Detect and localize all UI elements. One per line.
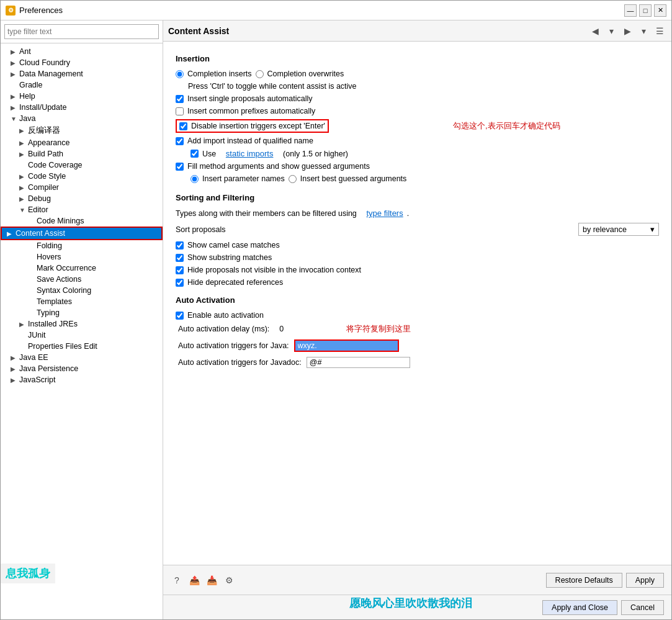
back-button[interactable]: ◀ [588,24,602,38]
expand-arrow: ▶ [19,321,28,328]
sidebar-item-debug[interactable]: ▶ Debug [1,193,163,204]
static-imports-link[interactable]: static imports [226,149,274,158]
sidebar-item-junit[interactable]: JUnit [1,330,163,341]
enable-auto-row: Enable auto activation [176,311,659,320]
sidebar-item-code-minings[interactable]: Code Minings [1,215,163,227]
expand-arrow: ▶ [11,354,19,361]
expand-arrow: ▶ [11,104,19,111]
sort-proposals-row: Sort proposals by relevance ▾ [176,223,659,236]
sidebar-item-appearance[interactable]: ▶ Appearance [1,137,163,148]
auto-javadoc-input[interactable] [307,357,410,368]
minimize-button[interactable]: — [624,4,637,17]
import-icon[interactable]: 📥 [205,574,218,586]
add-import-label: Add import instead of qualified name [187,137,313,145]
disable-insertion-annotation: 勾选这个,表示回车才确定代码 [453,120,560,132]
sidebar-item-content-assist[interactable]: ▶ Content Assist [1,227,163,240]
help-icon[interactable]: ? [171,574,183,586]
filter-input[interactable] [4,24,159,39]
bottom-bar: ? 📤 📥 ⚙ Restore Defaults Apply [163,565,671,595]
fill-method-checkbox[interactable] [176,163,184,171]
sidebar-item-decompiler[interactable]: ▶ 反编译器 [1,124,163,137]
maximize-button[interactable]: □ [639,4,652,17]
sidebar-item-installed-jres[interactable]: ▶ Installed JREs [1,318,163,330]
window-title: Preferences [19,6,624,15]
add-import-checkbox[interactable] [176,137,184,145]
completion-inserts-radio[interactable] [176,70,184,78]
sidebar-item-save-actions[interactable]: Save Actions [1,274,163,285]
watermark-bottom: 愿晚风心里吹吹散我的泪 [162,596,659,611]
hide-deprecated-label: Hide deprecated references [187,278,283,287]
sidebar-item-install-update[interactable]: ▶ Install/Update [1,102,163,113]
show-camel-label: Show camel case matches [187,241,280,249]
titlebar: ⚙ Preferences — □ ✕ [1,1,671,20]
settings-icon[interactable]: ⚙ [223,574,235,586]
sidebar-item-editor[interactable]: ▼ Editor [1,204,163,215]
auto-delay-label: Auto activation delay (ms): [178,325,269,333]
sort-proposals-label: Sort proposals [176,225,226,234]
show-camel-checkbox[interactable] [176,241,184,249]
auto-delay-row: Auto activation delay (ms): 0 将字符复制到这里 [176,323,659,335]
sidebar-item-data-management[interactable]: ▶ Data Management [1,68,163,79]
menu-button[interactable]: ☰ [653,24,666,38]
sidebar-item-help[interactable]: ▶ Help [1,91,163,102]
type-filters-link[interactable]: type filters [366,209,403,218]
insert-best-radio[interactable] [289,175,297,183]
back-dropdown-button[interactable]: ▾ [604,24,618,38]
sidebar-item-java-ee[interactable]: ▶ Java EE [1,352,163,363]
completion-overwrites-label: Completion overwrites [267,70,344,78]
enable-auto-checkbox[interactable] [176,312,184,320]
auto-java-input[interactable] [294,339,399,352]
insert-common-checkbox[interactable] [176,107,184,115]
sidebar-item-cloud-foundry[interactable]: ▶ Cloud Foundry [1,57,163,68]
expand-arrow: ▶ [19,195,28,202]
sidebar-item-compiler[interactable]: ▶ Compiler [1,182,163,193]
sidebar-tree: ▶ Ant ▶ Cloud Foundry ▶ Data Management … [1,43,163,619]
restore-defaults-button[interactable]: Restore Defaults [546,573,622,588]
forward-button[interactable]: ▶ [620,24,634,38]
sidebar-item-folding[interactable]: Folding [1,240,163,251]
insert-param-radio[interactable] [190,175,199,183]
sort-dropdown[interactable]: by relevance ▾ [578,223,659,236]
sidebar-item-templates[interactable]: Templates [1,296,163,307]
close-button[interactable]: ✕ [654,4,666,17]
apply-button[interactable]: Apply [626,573,664,588]
sorting-period: . [407,209,409,218]
sidebar-filter-area [1,20,163,43]
auto-java-row: Auto activation triggers for Java: [176,339,659,352]
sidebar-item-code-coverage[interactable]: Code Coverage [1,159,163,171]
hide-proposals-label: Hide proposals not visible in the invoca… [187,266,361,274]
disable-insertion-checkbox[interactable] [179,122,187,130]
sidebar-item-build-path[interactable]: ▶ Build Path [1,148,163,159]
sidebar-item-typing[interactable]: Typing [1,307,163,318]
use-static-checkbox[interactable] [190,150,199,158]
sidebar-item-gradle[interactable]: Gradle [1,79,163,91]
sidebar-item-syntax-coloring[interactable]: Syntax Coloring [1,285,163,296]
show-substring-checkbox[interactable] [176,254,184,262]
forward-dropdown-button[interactable]: ▾ [637,24,650,38]
sidebar-item-mark-occurrence[interactable]: Mark Occurrence [1,263,163,274]
watermark-left: 息我孤身 [1,564,55,583]
sidebar-item-properties-files[interactable]: Properties Files Edit [1,341,163,352]
show-camel-row: Show camel case matches [176,241,659,249]
sidebar-item-code-style[interactable]: ▶ Code Style [1,171,163,182]
insert-best-label: Insert best guessed arguments [300,174,407,183]
expand-arrow: ▶ [7,230,16,237]
sidebar-item-java-persistence[interactable]: ▶ Java Persistence [1,363,163,374]
sidebar-item-ant[interactable]: ▶ Ant [1,46,163,57]
sidebar-item-hovers[interactable]: Hovers [1,251,163,263]
hide-proposals-row: Hide proposals not visible in the invoca… [176,266,659,274]
hide-proposals-checkbox[interactable] [176,266,184,274]
insert-single-checkbox[interactable] [176,95,184,103]
expand-arrow: ▶ [19,140,28,146]
insert-param-row: Insert parameter names Insert best guess… [176,174,659,183]
export-icon[interactable]: 📤 [188,574,200,586]
titlebar-buttons: — □ ✕ [624,4,666,17]
sidebar-item-javascript[interactable]: ▶ JavaScript [1,374,163,385]
completion-overwrites-radio[interactable] [256,70,264,78]
hide-deprecated-checkbox[interactable] [176,279,184,287]
expand-arrow: ▶ [11,377,19,384]
insert-single-row: Insert single proposals automatically [176,94,659,103]
preferences-window: ⚙ Preferences — □ ✕ ▶ Ant ▶ Cloud Foundr… [0,0,672,620]
disable-insertion-label: Disable insertion triggers except 'Enter… [191,122,325,130]
sidebar-item-java[interactable]: ▼ Java [1,113,163,124]
